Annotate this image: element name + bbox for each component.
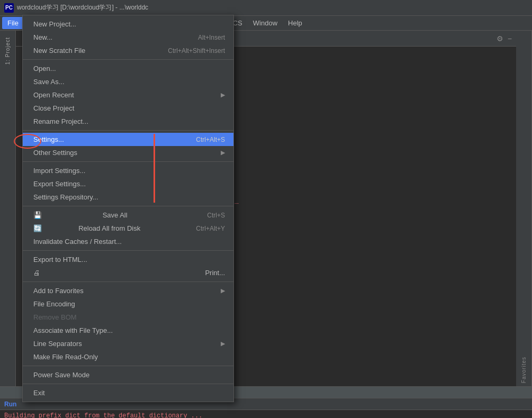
menu-power-save[interactable]: Power Save Mode — [23, 368, 233, 381]
menu-export-html[interactable]: Export to HTML... — [23, 253, 233, 266]
reload-disk-shortcut: Ctrl+Alt+Y — [196, 225, 225, 232]
reload-disk-label: Reload All from Disk — [78, 224, 140, 232]
separator-4 — [23, 206, 233, 206]
new-shortcut: Alt+Insert — [198, 34, 225, 41]
save-all-label: Save All — [103, 211, 128, 219]
menu-new-scratch[interactable]: New Scratch File Ctrl+Alt+Shift+Insert — [23, 44, 233, 57]
reload-icon: 🔄 — [33, 224, 42, 232]
menu-new[interactable]: New... Alt+Insert — [23, 31, 233, 44]
menu-save-as[interactable]: Save As... — [23, 75, 233, 88]
menu-close-project[interactable]: Close Project — [23, 102, 233, 115]
make-read-only-label: Make File Read-Only — [33, 353, 98, 361]
menu-exit[interactable]: Exit — [23, 386, 233, 399]
menu-export-settings[interactable]: Export Settings... — [23, 177, 233, 190]
separator-3 — [23, 161, 233, 162]
menu-line-separators[interactable]: Line Separators ▶ — [23, 337, 233, 350]
export-settings-label: Export Settings... — [33, 180, 86, 188]
open-label: Open... — [33, 65, 56, 72]
settings-gear-icon[interactable]: ⚙ — [497, 34, 503, 43]
sidebar-label: 1: Project — [5, 37, 11, 65]
menu-new-project[interactable]: New Project... — [23, 17, 233, 31]
other-settings-arrow: ▶ — [221, 149, 225, 156]
print-icon: 🖨 — [33, 269, 40, 277]
associate-file-type-label: Associate with File Type... — [33, 326, 113, 334]
menu-save-all[interactable]: 💾 Save All Ctrl+S — [23, 208, 233, 222]
file-menu-dropdown: New Project... New... Alt+Insert New Scr… — [22, 15, 234, 402]
settings-shortcut: Ctrl+Alt+S — [196, 136, 225, 143]
menu-add-favorites[interactable]: Add to Favorites ▶ — [23, 284, 233, 297]
menu-window[interactable]: Window — [248, 17, 283, 29]
add-favorites-arrow: ▶ — [221, 287, 225, 294]
new-label: New... — [33, 33, 52, 41]
menu-invalidate-caches[interactable]: Invalidate Caches / Restart... — [23, 235, 233, 248]
menu-file[interactable]: File — [2, 17, 24, 29]
menu-settings[interactable]: Settings... Ctrl+Alt+S — [23, 133, 233, 146]
menu-settings-repo[interactable]: Settings Repository... — [23, 190, 233, 204]
menu-rename-project[interactable]: Rename Project... — [23, 115, 233, 128]
menu-other-settings[interactable]: Other Settings ▶ — [23, 146, 233, 159]
app-logo: PC — [4, 3, 14, 13]
export-html-label: Export to HTML... — [33, 256, 87, 263]
rename-project-label: Rename Project... — [33, 117, 88, 125]
save-all-shortcut: Ctrl+S — [207, 212, 225, 219]
menu-reload-disk[interactable]: 🔄 Reload All from Disk Ctrl+Alt+Y — [23, 222, 233, 235]
minimize-icon[interactable]: − — [508, 34, 512, 43]
favorites-label: Favorites — [521, 357, 527, 383]
menu-print[interactable]: 🖨 Print... — [23, 266, 233, 279]
separator-8 — [23, 384, 233, 384]
save-icon: 💾 — [33, 211, 42, 219]
add-favorites-label: Add to Favorites — [33, 287, 84, 295]
separator-6 — [23, 281, 233, 282]
title-bar: PC wordcloud学习 [D:\wordcloud学习] - ...\wo… — [0, 0, 532, 16]
settings-repo-label: Settings Repository... — [33, 193, 98, 201]
separator-1 — [23, 59, 233, 60]
line-separators-arrow: ▶ — [221, 340, 225, 347]
separator-2 — [23, 130, 233, 131]
menu-import-settings[interactable]: Import Settings... — [23, 164, 233, 177]
menu-associate-file-type[interactable]: Associate with File Type... — [23, 324, 233, 337]
save-as-label: Save As... — [33, 78, 65, 86]
open-recent-arrow: ▶ — [221, 92, 225, 98]
line-separators-label: Line Separators — [33, 340, 82, 348]
project-sidebar: 1: Project — [0, 31, 16, 386]
file-encoding-label: File Encoding — [33, 300, 75, 308]
open-recent-label: Open Recent — [33, 91, 74, 99]
run-output: Building prefix dict from the default di… — [0, 410, 532, 418]
run-line-1: Building prefix dict from the default di… — [4, 411, 528, 418]
import-settings-label: Import Settings... — [33, 167, 85, 175]
menu-help[interactable]: Help — [283, 17, 308, 29]
menu-open-recent[interactable]: Open Recent ▶ — [23, 88, 233, 102]
menu-remove-bom[interactable]: Remove BOM — [23, 311, 233, 324]
close-project-label: Close Project — [33, 104, 74, 112]
invalidate-caches-label: Invalidate Caches / Restart... — [33, 238, 122, 246]
settings-label: Settings... — [33, 135, 64, 143]
power-save-label: Power Save Mode — [33, 371, 89, 379]
menu-open[interactable]: Open... — [23, 62, 233, 75]
new-scratch-label: New Scratch File — [33, 47, 85, 54]
run-label: Run — [4, 401, 16, 408]
exit-label: Exit — [33, 389, 45, 397]
new-project-label: New Project... — [33, 20, 76, 28]
print-label: Print... — [205, 269, 225, 277]
tab-actions: ⚙ − — [497, 31, 516, 46]
favorites-sidebar: Favorites — [516, 31, 532, 386]
menu-make-read-only[interactable]: Make File Read-Only — [23, 350, 233, 364]
remove-bom-label: Remove BOM — [33, 313, 77, 321]
new-scratch-shortcut: Ctrl+Alt+Shift+Insert — [168, 47, 225, 54]
menu-file-encoding[interactable]: File Encoding — [23, 297, 233, 311]
separator-5 — [23, 250, 233, 251]
separator-7 — [23, 366, 233, 366]
other-settings-label: Other Settings — [33, 149, 77, 157]
window-title: wordcloud学习 [D:\wordcloud学习] - ...\world… — [17, 3, 148, 12]
